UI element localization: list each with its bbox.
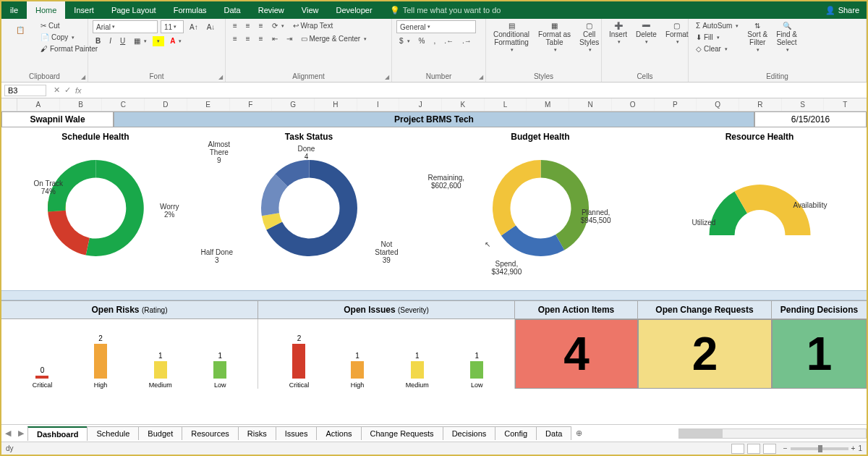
cancel-formula-icon[interactable]: ✕: [54, 85, 60, 95]
changes-kpi[interactable]: 2: [638, 319, 772, 389]
col-S[interactable]: S: [782, 98, 825, 111]
col-L[interactable]: L: [485, 98, 527, 111]
align-bottom-button[interactable]: ≡: [256, 20, 266, 31]
col-G[interactable]: G: [272, 98, 315, 111]
zoom-control[interactable]: − + 1: [783, 444, 862, 452]
number-launcher[interactable]: ◢: [479, 74, 483, 80]
budget-health-chart[interactable]: Budget Health Remaining, $602,600 Planne…: [428, 127, 652, 290]
percent-button[interactable]: %: [416, 35, 428, 46]
align-top-button[interactable]: ≡: [230, 20, 240, 31]
delete-cells-button[interactable]: ➖Delete: [633, 20, 660, 46]
zoom-in-button[interactable]: +: [851, 444, 856, 452]
col-T[interactable]: T: [824, 98, 867, 111]
col-I[interactable]: I: [357, 98, 400, 111]
col-C[interactable]: C: [102, 98, 145, 111]
insert-cells-button[interactable]: ➕Insert: [606, 20, 630, 46]
sheet-tab-config[interactable]: Config: [495, 426, 537, 440]
issues-bars[interactable]: 2Critical1High1Medium1Low: [258, 319, 515, 389]
actions-kpi[interactable]: 4: [515, 319, 638, 389]
sheet-tab-budget[interactable]: Budget: [138, 426, 182, 440]
alignment-launcher[interactable]: ◢: [385, 74, 389, 80]
fill-color-button[interactable]: [153, 36, 164, 46]
align-center-button[interactable]: ≡: [243, 33, 253, 44]
col-A[interactable]: A: [17, 98, 60, 111]
sheet-tab-data[interactable]: Data: [536, 426, 571, 440]
sort-filter-button[interactable]: ⇅Sort & Filter: [744, 20, 770, 54]
new-sheet-button[interactable]: ⊕: [571, 428, 587, 438]
zoom-out-button[interactable]: −: [783, 444, 788, 452]
zoom-level[interactable]: 1: [858, 444, 862, 452]
border-button[interactable]: ▦: [131, 35, 150, 46]
indent-decrease-button[interactable]: ⇤: [269, 33, 281, 44]
bold-button[interactable]: B: [93, 35, 103, 46]
font-size-select[interactable]: 11: [161, 20, 184, 33]
sheet-tab-decisions[interactable]: Decisions: [443, 426, 496, 440]
paste-button[interactable]: 📋: [6, 25, 35, 51]
font-launcher[interactable]: ◢: [218, 74, 223, 80]
page-layout-view-button[interactable]: [747, 444, 760, 454]
fx-icon[interactable]: fx: [75, 86, 82, 95]
tab-insert[interactable]: Insert: [65, 1, 103, 19]
fill-button[interactable]: ⬇Fill: [693, 32, 741, 43]
col-D[interactable]: D: [145, 98, 187, 111]
merge-center-button[interactable]: ▭Merge & Center: [298, 33, 370, 44]
col-E[interactable]: E: [187, 98, 230, 111]
sheet-tab-schedule[interactable]: Schedule: [87, 426, 139, 440]
tab-review[interactable]: Review: [250, 1, 293, 19]
col-M[interactable]: M: [527, 98, 569, 111]
tab-developer[interactable]: Developer: [327, 1, 380, 19]
risks-bars[interactable]: 0Critical2High1Medium1Low: [1, 319, 258, 389]
sheet-first-button[interactable]: ◀: [1, 428, 14, 438]
tab-formulas[interactable]: Formulas: [165, 1, 216, 19]
col-P[interactable]: P: [655, 98, 697, 111]
italic-button[interactable]: I: [106, 35, 114, 46]
sheet-tab-change-requests[interactable]: Change Requests: [361, 426, 443, 440]
number-format-select[interactable]: General: [396, 20, 476, 33]
date-cell[interactable]: 6/15/2016: [754, 111, 867, 127]
tell-me[interactable]: 💡 Tell me what you want to do: [381, 1, 510, 19]
col-B[interactable]: B: [60, 98, 103, 111]
sheet-prev-button[interactable]: ▶: [14, 428, 27, 438]
col-O[interactable]: O: [612, 98, 655, 111]
clear-button[interactable]: ◇Clear: [693, 43, 741, 54]
decrease-font-button[interactable]: A↓: [204, 22, 218, 33]
sheet-tab-actions[interactable]: Actions: [316, 426, 361, 440]
tab-home[interactable]: Home: [27, 1, 65, 19]
col-N[interactable]: N: [569, 98, 612, 111]
indent-increase-button[interactable]: ⇥: [284, 33, 295, 44]
find-select-button[interactable]: 🔍Find & Select: [773, 20, 800, 54]
align-middle-button[interactable]: ≡: [243, 20, 253, 31]
col-R[interactable]: R: [739, 98, 782, 111]
sheet-tab-resources[interactable]: Resources: [182, 426, 239, 440]
normal-view-button[interactable]: [731, 444, 744, 454]
decrease-decimal-button[interactable]: .→: [459, 35, 475, 46]
enter-formula-icon[interactable]: ✓: [64, 85, 71, 95]
underline-button[interactable]: U: [117, 35, 128, 46]
sheet-tab-dashboard[interactable]: Dashboard: [27, 426, 88, 441]
col-J[interactable]: J: [399, 98, 442, 111]
sheet-tab-risks[interactable]: Risks: [238, 426, 276, 440]
share-button[interactable]: 👤 Share: [818, 1, 867, 19]
col-F[interactable]: F: [230, 98, 273, 111]
orientation-button[interactable]: ⟳: [269, 20, 287, 31]
font-color-button[interactable]: A: [167, 35, 184, 46]
col-Q[interactable]: Q: [697, 98, 739, 111]
wrap-text-button[interactable]: ↩Wrap Text: [290, 20, 336, 31]
decisions-kpi[interactable]: 1: [772, 319, 867, 389]
increase-font-button[interactable]: A↑: [187, 22, 201, 33]
col-K[interactable]: K: [442, 98, 485, 111]
clipboard-launcher[interactable]: ◢: [81, 74, 85, 80]
align-left-button[interactable]: ≡: [230, 33, 240, 44]
author-cell[interactable]: Swapnil Wale: [1, 111, 114, 127]
horizontal-scrollbar[interactable]: [678, 428, 867, 439]
project-title-cell[interactable]: Project BRMS Tech: [114, 111, 754, 127]
task-status-chart[interactable]: Task Status Done 4 Almost There 9 Half D…: [190, 127, 428, 290]
col-H[interactable]: H: [315, 98, 357, 111]
align-right-button[interactable]: ≡: [256, 33, 266, 44]
autosum-button[interactable]: ΣAutoSum: [693, 20, 741, 31]
format-cells-button[interactable]: ▢Format: [663, 20, 692, 46]
tab-data[interactable]: Data: [216, 1, 250, 19]
font-family-select[interactable]: Arial: [93, 20, 158, 33]
cell-styles-button[interactable]: ▢Cell Styles: [576, 20, 602, 54]
conditional-formatting-button[interactable]: ▤Conditional Formatting: [490, 20, 532, 54]
